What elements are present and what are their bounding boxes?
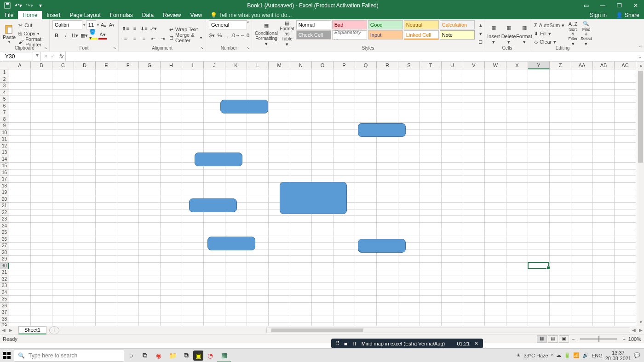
cell[interactable] [312, 316, 334, 323]
column-header[interactable]: E [96, 62, 117, 69]
cell[interactable] [204, 223, 225, 230]
cell[interactable] [615, 163, 636, 170]
cell[interactable] [74, 243, 96, 249]
cell[interactable] [355, 216, 377, 223]
cell[interactable] [96, 289, 117, 296]
row-header[interactable]: 37 [0, 309, 9, 316]
decrease-decimal-icon[interactable]: ←.0 [241, 31, 249, 40]
cell[interactable] [161, 276, 182, 283]
cell[interactable] [398, 136, 420, 143]
cell[interactable] [463, 103, 485, 110]
cell[interactable] [615, 236, 636, 243]
cell[interactable] [398, 309, 420, 316]
cell[interactable] [247, 156, 269, 163]
cell[interactable] [355, 163, 377, 170]
cell[interactable] [9, 269, 31, 276]
cell[interactable] [615, 243, 636, 249]
cell[interactable] [225, 123, 247, 130]
cell[interactable] [420, 189, 442, 196]
cell[interactable] [204, 130, 225, 136]
cell[interactable] [52, 130, 74, 136]
cell[interactable] [615, 283, 636, 289]
cell[interactable] [398, 283, 420, 289]
cell[interactable] [247, 322, 269, 326]
cell[interactable] [182, 123, 204, 130]
cell[interactable] [290, 170, 312, 176]
cell[interactable] [506, 296, 528, 303]
cell[interactable] [334, 289, 355, 296]
cell[interactable] [31, 183, 52, 190]
cell[interactable] [506, 289, 528, 296]
cell[interactable] [74, 76, 96, 83]
cell[interactable] [571, 149, 593, 156]
cell[interactable] [550, 243, 571, 249]
row-header[interactable]: 2 [0, 76, 9, 83]
cell[interactable] [312, 69, 334, 76]
font-name-selector[interactable]: Calibri [52, 20, 82, 29]
cell[interactable] [204, 189, 225, 196]
cell[interactable] [161, 216, 182, 223]
cell[interactable] [593, 189, 615, 196]
cell[interactable] [506, 263, 528, 270]
cell[interactable] [204, 90, 225, 96]
cell[interactable] [528, 163, 550, 170]
cell[interactable] [247, 130, 269, 136]
slack-icon[interactable]: ⧉ [179, 349, 193, 362]
cell[interactable] [269, 296, 290, 303]
cell[interactable] [52, 209, 74, 216]
cell[interactable] [593, 109, 615, 116]
cell[interactable] [139, 176, 161, 183]
cell[interactable] [528, 276, 550, 283]
cell[interactable] [420, 283, 442, 289]
cell[interactable] [247, 276, 269, 283]
cell[interactable] [615, 289, 636, 296]
cell[interactable] [31, 116, 52, 123]
drag-handle-icon[interactable]: ⠿ [336, 340, 339, 346]
row-header[interactable]: 25 [0, 229, 9, 236]
cell[interactable] [420, 176, 442, 183]
cell[interactable] [96, 96, 117, 103]
cell[interactable] [355, 263, 377, 270]
cell[interactable] [225, 216, 247, 223]
cell[interactable] [506, 96, 528, 103]
cell[interactable] [139, 136, 161, 143]
cell[interactable] [52, 203, 74, 209]
column-header[interactable]: I [182, 62, 204, 69]
cell[interactable] [550, 276, 571, 283]
row-header[interactable]: 10 [0, 130, 9, 136]
tray-chevron-icon[interactable]: ^ [551, 353, 553, 358]
cell[interactable] [182, 103, 204, 110]
cell[interactable] [31, 109, 52, 116]
cell[interactable] [398, 176, 420, 183]
cell[interactable] [31, 269, 52, 276]
column-header[interactable]: T [420, 62, 442, 69]
cell[interactable] [31, 189, 52, 196]
cell[interactable] [550, 116, 571, 123]
cell[interactable] [463, 149, 485, 156]
cell[interactable] [139, 223, 161, 230]
cell[interactable] [593, 76, 615, 83]
cell[interactable] [74, 103, 96, 110]
row-header[interactable]: 24 [0, 223, 9, 230]
cell[interactable] [204, 316, 225, 323]
cell[interactable] [182, 136, 204, 143]
cell[interactable] [506, 249, 528, 256]
cell[interactable] [485, 116, 506, 123]
cell[interactable] [161, 143, 182, 150]
cell[interactable] [485, 263, 506, 270]
column-header[interactable]: B [31, 62, 52, 69]
cell[interactable] [182, 130, 204, 136]
cell[interactable] [334, 156, 355, 163]
cell[interactable] [117, 289, 139, 296]
cell[interactable] [31, 163, 52, 170]
cell[interactable] [550, 170, 571, 176]
cell[interactable] [593, 309, 615, 316]
cell[interactable] [615, 276, 636, 283]
cell[interactable] [247, 183, 269, 190]
cell[interactable] [290, 283, 312, 289]
cell[interactable] [377, 90, 398, 96]
cell[interactable] [571, 263, 593, 270]
cell[interactable] [355, 90, 377, 96]
tab-page-layout[interactable]: Page Layout [65, 11, 105, 19]
cell[interactable] [161, 296, 182, 303]
